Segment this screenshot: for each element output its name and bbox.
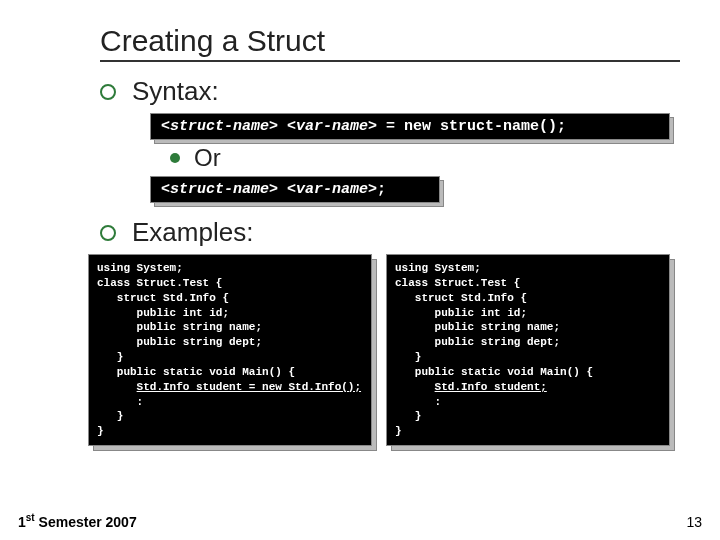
or-bullet: Or [170, 144, 680, 172]
code-content: using System; class Struct.Test { struct… [386, 254, 670, 446]
examples-row: using System; class Struct.Test { struct… [88, 254, 670, 446]
code-content: <struct-name> <var-name> = new struct-na… [150, 113, 670, 140]
semester-label: 1st Semester 2007 [18, 512, 137, 530]
syntax-code-1: <struct-name> <var-name> = new struct-na… [150, 113, 670, 140]
slide-title: Creating a Struct [100, 24, 680, 58]
var-name-token: <var-name> [287, 181, 377, 198]
highlighted-line: Std.Info student; [435, 381, 547, 393]
code-end: ; [377, 181, 386, 198]
example-right: using System; class Struct.Test { struct… [386, 254, 670, 446]
var-name-token: <var-name> [287, 118, 377, 135]
struct-name-token: <struct-name> [161, 181, 278, 198]
dot-icon [170, 153, 180, 163]
title-underline [100, 60, 680, 62]
syntax-code-2: <struct-name> <var-name>; [150, 176, 440, 203]
syntax-heading: Syntax: [132, 76, 219, 107]
page-number: 13 [686, 514, 702, 530]
syntax-bullet: Syntax: [100, 76, 680, 107]
struct-name-token: <struct-name> [161, 118, 278, 135]
code-content: <struct-name> <var-name>; [150, 176, 440, 203]
examples-bullet: Examples: [100, 217, 680, 248]
code-rest: = new struct-name(); [377, 118, 566, 135]
ring-icon [100, 84, 116, 100]
ring-icon [100, 225, 116, 241]
examples-heading: Examples: [132, 217, 253, 248]
footer: 1st Semester 2007 13 [18, 512, 702, 530]
example-left: using System; class Struct.Test { struct… [88, 254, 372, 446]
highlighted-line: Std.Info student = new Std.Info(); [137, 381, 361, 393]
code-content: using System; class Struct.Test { struct… [88, 254, 372, 446]
or-label: Or [194, 144, 221, 172]
